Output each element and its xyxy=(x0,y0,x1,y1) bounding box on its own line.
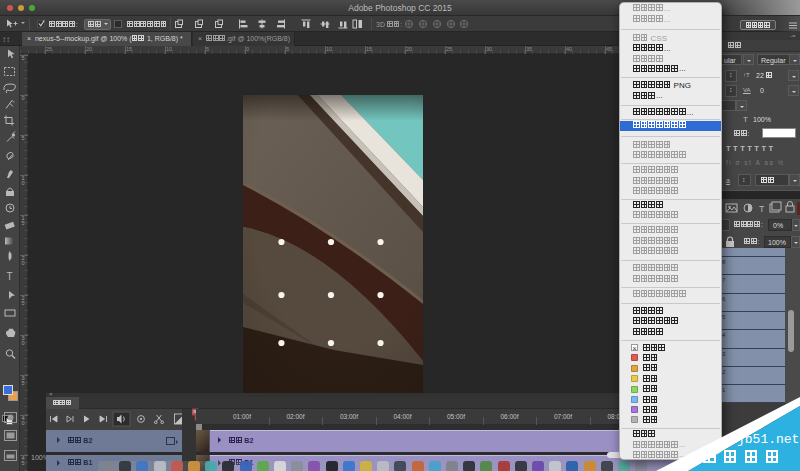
svg-text:T: T xyxy=(759,204,765,214)
svg-text:T: T xyxy=(7,271,13,282)
svg-text:jb51.net: jb51.net xyxy=(737,432,799,447)
